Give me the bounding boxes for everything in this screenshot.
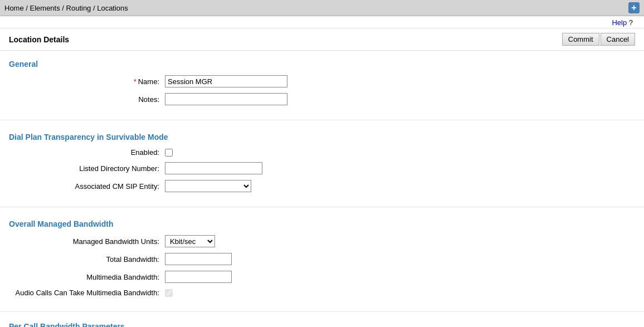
multimedia-bandwidth-label: Multimedia Bandwidth: (9, 273, 165, 281)
audio-multimedia-row: Audio Calls Can Take Multimedia Bandwidt… (9, 289, 635, 297)
audio-multimedia-label: Audio Calls Can Take Multimedia Bandwidt… (9, 289, 165, 297)
general-section-title: General (9, 60, 635, 69)
units-label: Managed Bandwidth Units: (9, 237, 165, 246)
multimedia-bandwidth-row: Multimedia Bandwidth: (9, 271, 635, 283)
multimedia-bandwidth-input[interactable] (165, 271, 232, 283)
total-bandwidth-input[interactable] (165, 253, 232, 265)
enabled-checkbox[interactable] (165, 149, 173, 157)
breadcrumb-bar: Home / Elements / Routing / Locations + (0, 0, 644, 16)
help-question-mark: ? (629, 18, 633, 27)
bandwidth-section: Overall Managed Bandwidth Managed Bandwi… (0, 211, 644, 308)
action-buttons: Commit Cancel (562, 33, 635, 46)
bandwidth-section-title: Overall Managed Bandwidth (9, 219, 635, 228)
help-link[interactable]: Help (612, 18, 627, 27)
total-bandwidth-row: Total Bandwidth: (9, 253, 635, 265)
name-input[interactable] (165, 75, 287, 87)
total-bandwidth-label: Total Bandwidth: (9, 255, 165, 263)
per-call-section: Per Call Bandwidth Parameters (0, 315, 644, 327)
help-bar: Help ? (0, 16, 644, 28)
audio-multimedia-checkbox (165, 289, 173, 297)
dial-plan-section-title: Dial Plan Transparency in Survivable Mod… (9, 133, 635, 141)
content-area: Help ? Location Details Commit Cancel Ge… (0, 16, 644, 327)
directory-row: Listed Directory Number: (9, 162, 635, 174)
directory-label: Listed Directory Number: (9, 164, 165, 173)
page-header: Location Details Commit Cancel (0, 28, 644, 51)
name-row: *Name: (9, 75, 635, 87)
notes-label: Notes: (9, 95, 165, 104)
cancel-button[interactable]: Cancel (601, 33, 635, 46)
add-icon[interactable]: + (628, 2, 640, 13)
directory-number-input[interactable] (165, 162, 262, 174)
dial-plan-section: Dial Plan Transparency in Survivable Mod… (0, 124, 644, 203)
units-row: Managed Bandwidth Units: Kbit/sec Mbit/s… (9, 235, 635, 247)
enabled-row: Enabled: (9, 148, 635, 157)
general-section: General *Name: Notes: (0, 51, 644, 116)
required-star: * (134, 77, 136, 86)
page-title: Location Details (9, 35, 69, 44)
notes-row: Notes: (9, 93, 635, 105)
enabled-label: Enabled: (9, 148, 165, 157)
sip-entity-label: Associated CM SIP Entity: (9, 182, 165, 191)
per-call-section-title: Per Call Bandwidth Parameters (9, 322, 635, 327)
sip-entity-row: Associated CM SIP Entity: (9, 180, 635, 192)
sip-entity-select[interactable] (165, 180, 251, 192)
bandwidth-units-select[interactable]: Kbit/sec Mbit/sec Calls (165, 235, 215, 247)
breadcrumb: Home / Elements / Routing / Locations (4, 4, 128, 12)
name-label: *Name: (9, 77, 165, 86)
commit-button[interactable]: Commit (562, 33, 599, 46)
notes-input[interactable] (165, 93, 287, 105)
